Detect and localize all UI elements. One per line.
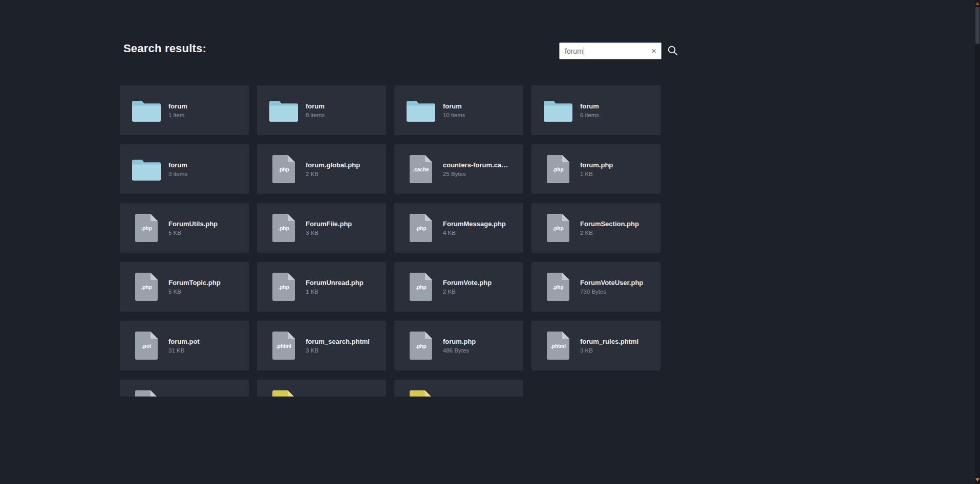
- item-meta: 3 KB: [306, 230, 352, 236]
- list-item[interactable]: .php ForumVoteUser.php 730 Bytes: [531, 262, 661, 312]
- list-item[interactable]: forum 1 item: [120, 85, 249, 135]
- item-meta: 3 items: [168, 171, 187, 177]
- list-item[interactable]: .php ForumUnread.php 1 KB: [257, 262, 386, 312]
- folder-icon: [543, 99, 573, 122]
- item-icon-box: [543, 99, 573, 122]
- list-item[interactable]: .phtml forum_rules.phtml 3 KB: [531, 321, 661, 370]
- item-name: ForumTopic.php: [168, 279, 221, 287]
- folder-icon: [406, 99, 436, 122]
- item-icon-box: [406, 390, 436, 397]
- item-name: forum: [168, 161, 187, 169]
- list-item[interactable]: [120, 380, 249, 397]
- file-icon: .php: [547, 155, 569, 183]
- file-ext-label: .php: [410, 343, 432, 349]
- file-icon: .php: [272, 155, 295, 183]
- item-icon-box: .php: [131, 214, 162, 242]
- file-ext-label: .php: [135, 284, 158, 290]
- item-meta: 6 items: [580, 112, 599, 118]
- item-name: ForumVote.php: [443, 279, 492, 287]
- list-item[interactable]: forum 3 items: [120, 144, 249, 194]
- item-icon-box: .php: [543, 273, 573, 301]
- item-meta: 25 Bytes: [443, 171, 508, 177]
- list-item[interactable]: [257, 380, 386, 397]
- file-icon: .php: [272, 273, 295, 301]
- item-text: ForumFile.php 3 KB: [306, 220, 352, 236]
- item-meta: 486 Bytes: [443, 347, 476, 354]
- list-item[interactable]: forum 8 items: [257, 85, 386, 135]
- item-name: ForumSection.php: [580, 220, 639, 228]
- file-ext-label: .php: [272, 226, 295, 231]
- item-name: ForumMessage.php: [443, 220, 506, 228]
- item-text: forum.pot 31 KB: [168, 338, 200, 354]
- file-icon: .pot: [135, 332, 158, 360]
- item-icon-box: .php: [406, 214, 436, 242]
- list-item[interactable]: .php ForumUtils.php 5 KB: [120, 203, 249, 253]
- item-name: forum.global.php: [306, 161, 360, 169]
- item-icon-box: .php: [406, 332, 436, 360]
- list-item[interactable]: .php forum.global.php 2 KB: [257, 144, 386, 194]
- item-text: forum 10 items: [443, 102, 465, 118]
- item-icon-box: .php: [406, 273, 436, 301]
- list-item[interactable]: .php ForumVote.php 2 KB: [394, 262, 523, 312]
- item-icon-box: .phtml: [268, 332, 299, 360]
- list-item[interactable]: .php forum.php 486 Bytes: [394, 321, 523, 370]
- item-text: ForumMessage.php 4 KB: [443, 220, 506, 236]
- item-meta: 2 KB: [443, 289, 492, 295]
- list-item[interactable]: .cache counters-forum.ca… 25 Bytes: [394, 144, 523, 194]
- list-item[interactable]: .php forum.php 1 KB: [531, 144, 661, 194]
- results-grid: forum 1 item forum 8 items: [120, 85, 661, 370]
- item-name: forum: [580, 102, 599, 110]
- list-item[interactable]: [394, 380, 523, 397]
- file-icon: .php: [547, 214, 569, 242]
- list-item[interactable]: forum 10 items: [394, 85, 523, 135]
- file-ext-label: .php: [135, 226, 158, 231]
- item-meta: 1 KB: [580, 171, 613, 177]
- file-ext-label: .php: [410, 226, 432, 231]
- scroll-up-button[interactable]: [975, 1, 979, 6]
- search-input[interactable]: forum ✕: [559, 42, 662, 59]
- item-text: ForumSection.php 2 KB: [580, 220, 639, 236]
- scroll-down-button[interactable]: [975, 477, 979, 482]
- item-icon-box: .pot: [131, 332, 162, 360]
- item-icon-box: .php: [131, 273, 162, 301]
- scrollbar-thumb[interactable]: [975, 7, 979, 44]
- search-icon[interactable]: [667, 45, 678, 56]
- list-item[interactable]: .phtml forum_search.phtml 3 KB: [257, 321, 386, 370]
- file-ext-label: .pot: [135, 343, 158, 349]
- list-item[interactable]: .php ForumMessage.php 4 KB: [394, 203, 523, 253]
- list-item[interactable]: .php ForumTopic.php 5 KB: [120, 262, 249, 312]
- list-item[interactable]: .php ForumSection.php 2 KB: [531, 203, 661, 253]
- item-name: forum: [168, 102, 187, 110]
- list-item[interactable]: .php ForumFile.php 3 KB: [257, 203, 386, 253]
- text-caret: [584, 47, 584, 55]
- file-manager-app: Search results: forum ✕ forum 1 item: [0, 0, 980, 484]
- file-ext-label: .php: [410, 284, 432, 290]
- item-meta: 3 KB: [580, 347, 638, 354]
- results-grid-partial-row: [120, 380, 661, 397]
- file-ext-label: .phtml: [547, 343, 569, 349]
- file-icon: .php: [135, 273, 158, 301]
- file-icon: .phtml: [547, 332, 569, 360]
- item-name: forum: [306, 102, 325, 110]
- file-icon: [410, 390, 432, 397]
- item-meta: 5 KB: [168, 230, 218, 236]
- item-name: forum.pot: [168, 338, 200, 345]
- file-icon: .cache: [410, 155, 432, 183]
- item-text: ForumUtils.php 5 KB: [168, 220, 218, 236]
- clear-search-button[interactable]: ✕: [651, 48, 656, 54]
- item-icon-box: .php: [543, 214, 573, 242]
- scrollbar[interactable]: [975, 0, 980, 484]
- file-ext-label: .php: [272, 284, 295, 290]
- list-item[interactable]: forum 6 items: [531, 85, 661, 135]
- file-ext-label: .php: [547, 167, 569, 172]
- item-text: forum.php 1 KB: [580, 161, 613, 177]
- file-icon: .php: [410, 273, 432, 301]
- item-text: ForumUnread.php 1 KB: [306, 279, 364, 295]
- list-item[interactable]: .pot forum.pot 31 KB: [120, 321, 249, 370]
- up-arrow-icon: [975, 2, 979, 5]
- item-icon-box: [131, 99, 162, 122]
- file-icon: [135, 390, 158, 397]
- item-icon-box: .php: [543, 155, 573, 183]
- item-meta: 31 KB: [168, 347, 200, 354]
- item-icon-box: [131, 390, 162, 397]
